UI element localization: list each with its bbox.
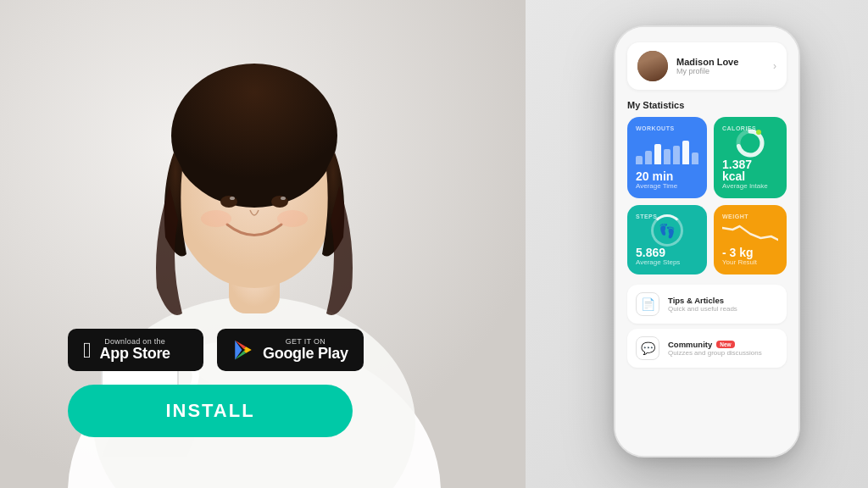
donut-indicator bbox=[756, 130, 761, 135]
svg-point-9 bbox=[271, 196, 288, 208]
workouts-sub: Average Time bbox=[636, 182, 698, 190]
avatar-image bbox=[637, 51, 668, 81]
stats-section-title: My Statistics bbox=[627, 100, 787, 110]
workouts-value-area: 20 min Average Time bbox=[636, 170, 698, 190]
community-text: Community New Quizzes and group discussi… bbox=[668, 340, 762, 357]
donut-chart bbox=[735, 128, 765, 158]
svg-point-10 bbox=[230, 197, 235, 200]
app-store-button[interactable]:  Download on the App Store bbox=[68, 329, 203, 371]
bar-5 bbox=[673, 146, 680, 164]
steps-foot-icon: 👣 bbox=[659, 223, 676, 239]
calories-value-area: 1.387 kcal Average Intake bbox=[722, 158, 778, 190]
community-title: Community New bbox=[668, 340, 762, 349]
weight-value-area: - 3 kg Your Result bbox=[722, 247, 778, 266]
profile-text: Madison Love My profile bbox=[676, 57, 738, 75]
phone-mockup: Madison Love My profile › My Statistics … bbox=[614, 25, 800, 458]
svg-point-11 bbox=[281, 197, 286, 200]
phone-screen: Madison Love My profile › My Statistics … bbox=[615, 27, 798, 456]
calories-sub: Average Intake bbox=[722, 182, 778, 190]
community-icon: 💬 bbox=[636, 336, 659, 360]
community-sub: Quizzes and group discussions bbox=[668, 349, 762, 357]
steps-value-area: 5.869 Average Steps bbox=[636, 247, 698, 266]
calories-card[interactable]: CALORIES 1.387 kcal Average Intake bbox=[714, 117, 787, 198]
profile-row[interactable]: Madison Love My profile › bbox=[627, 42, 787, 90]
workouts-card[interactable]: WORKOUTS 20 min Average Time bbox=[627, 117, 707, 198]
svg-point-8 bbox=[220, 196, 237, 208]
weight-label: WEIGHT bbox=[722, 214, 778, 219]
calories-value: 1.387 kcal bbox=[722, 158, 778, 182]
svg-point-13 bbox=[277, 210, 308, 227]
install-button[interactable]: INSTALL bbox=[68, 385, 353, 437]
workouts-value: 20 min bbox=[636, 170, 698, 182]
steps-circle-icon: 👣 bbox=[651, 214, 683, 247]
weight-chart bbox=[722, 219, 778, 247]
new-badge: New bbox=[716, 341, 734, 348]
google-play-icon bbox=[232, 339, 254, 361]
steps-sub: Average Steps bbox=[636, 258, 698, 266]
tips-list-item[interactable]: 📄 Tips & Articles Quick and useful reads bbox=[627, 285, 787, 324]
tips-text: Tips & Articles Quick and useful reads bbox=[668, 296, 737, 313]
google-play-button[interactable]: GET IT ON Google Play bbox=[217, 329, 364, 371]
weight-card[interactable]: WEIGHT - 3 kg Your Result bbox=[714, 205, 787, 274]
left-cta-area:  Download on the App Store GET IT ON Go… bbox=[68, 329, 364, 437]
workouts-label: WORKOUTS bbox=[636, 125, 698, 131]
workouts-chart bbox=[636, 137, 698, 164]
bar-4 bbox=[664, 149, 670, 164]
steps-chart: 👣 bbox=[636, 219, 698, 247]
apple-icon:  bbox=[83, 339, 92, 361]
bar-3 bbox=[654, 144, 661, 164]
app-store-text: Download on the App Store bbox=[100, 337, 170, 363]
weight-line-chart bbox=[722, 221, 778, 247]
svg-point-12 bbox=[201, 210, 231, 227]
stats-grid: WORKOUTS 20 min Average Time bbox=[627, 117, 787, 274]
calories-chart bbox=[722, 131, 778, 158]
avatar bbox=[637, 51, 668, 81]
bar-7 bbox=[692, 152, 698, 164]
weight-sub: Your Result bbox=[722, 258, 778, 266]
community-list-item[interactable]: 💬 Community New Quizzes and group discus… bbox=[627, 329, 787, 368]
google-play-text: GET IT ON Google Play bbox=[263, 337, 348, 363]
store-buttons-row:  Download on the App Store GET IT ON Go… bbox=[68, 329, 364, 371]
profile-name: Madison Love bbox=[676, 57, 738, 67]
tips-icon: 📄 bbox=[636, 292, 659, 316]
chevron-right-icon: › bbox=[773, 60, 776, 72]
bar-1 bbox=[636, 156, 643, 164]
tips-title: Tips & Articles bbox=[668, 296, 737, 305]
bar-2 bbox=[645, 151, 652, 164]
profile-sub: My profile bbox=[676, 67, 738, 75]
tips-sub: Quick and useful reads bbox=[668, 305, 737, 313]
weight-value: - 3 kg bbox=[722, 247, 778, 258]
steps-card[interactable]: STEPS 👣 5.869 Average Steps bbox=[627, 205, 707, 274]
steps-value: 5.869 bbox=[636, 247, 698, 258]
svg-point-7 bbox=[171, 64, 337, 208]
bar-6 bbox=[682, 141, 689, 164]
